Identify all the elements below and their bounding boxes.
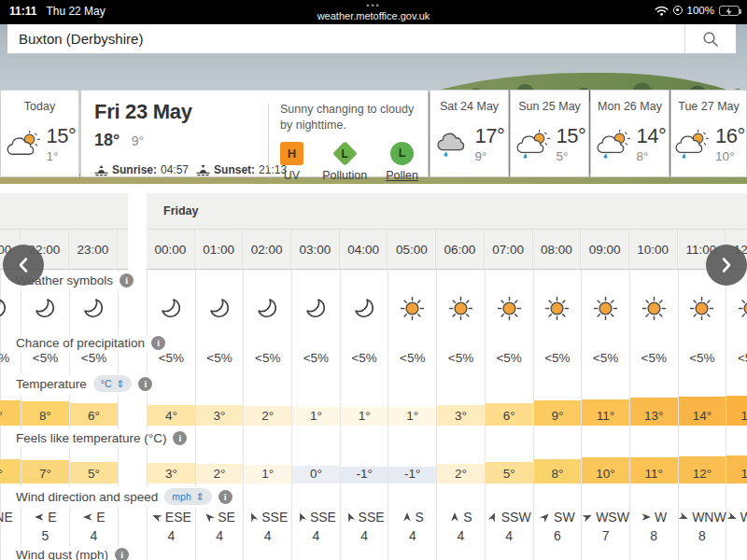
unit-toggle-icon: ⇕: [196, 491, 204, 502]
day-low-temp: 10°: [715, 149, 745, 163]
precipitation-cell: <5%: [244, 334, 292, 373]
wind-cell: SW6: [534, 485, 583, 545]
time-cell: 04:00: [340, 230, 388, 269]
wind-gust-cell: [726, 545, 747, 560]
temp-unit-selector[interactable]: °C⇕: [93, 375, 133, 392]
sun-icon: [496, 295, 523, 322]
moon-icon: [303, 296, 329, 321]
temperature-cell: 9°: [534, 373, 583, 427]
temperature-cell: 15°: [726, 373, 747, 427]
pollen-level-icon: L: [390, 142, 414, 165]
wind-cell: SSW4: [486, 485, 534, 545]
day-card-sun[interactable]: Sun 25 May 15° 5°: [510, 90, 589, 177]
day-card-sat[interactable]: Sat 24 May 17° 9°: [430, 90, 509, 177]
precipitation-cell: <5%: [388, 334, 437, 373]
wind-gust-cell: [196, 545, 245, 560]
wind-cell: SSE4: [292, 485, 341, 545]
moon-icon: [33, 296, 58, 321]
wind-gust-cell: [582, 545, 630, 560]
uv-badge: H UV: [280, 142, 303, 182]
search-input[interactable]: [7, 24, 684, 53]
unit-toggle-icon: ⇕: [117, 378, 125, 389]
weather-symbol-cell: [341, 270, 389, 334]
scroll-right-button[interactable]: [706, 245, 747, 286]
row-label-feels-like: Feels like temperature (°C)i: [16, 430, 192, 447]
sunrise-label: Sunrise:: [112, 163, 157, 176]
day-card-tue[interactable]: Tue 27 May 16° 10°: [670, 90, 747, 177]
moon-icon: [0, 296, 9, 321]
day-high-temp: 16°: [715, 124, 745, 148]
weather-icon-slot: [434, 129, 472, 159]
day-low-temp: 1°: [47, 149, 77, 163]
precipitation-cell: <5%: [630, 334, 679, 373]
day-high-temp: 15°: [47, 124, 77, 148]
info-icon[interactable]: i: [138, 377, 152, 391]
moon-icon: [352, 296, 377, 321]
temperature-cell: 1°: [341, 373, 389, 427]
time-cell: 06:00: [436, 230, 485, 269]
wind-gust-cell: [630, 545, 679, 560]
weather-symbol-cell: [196, 270, 245, 334]
sunrise-time: 04:57: [161, 163, 189, 176]
info-icon[interactable]: i: [218, 490, 233, 504]
time-cell: 03:00: [291, 230, 340, 269]
day-card-friday-expanded[interactable]: Fri 23 May 18° 9° Sunrise: 04:57 Sunset:…: [80, 90, 429, 177]
precipitation-cell: <5%: [196, 334, 245, 373]
sun-icon: [399, 295, 426, 322]
weather-symbol-cell: [292, 270, 341, 334]
info-icon[interactable]: i: [173, 431, 187, 445]
page-options-dots[interactable]: •••: [0, 1, 747, 10]
day-low-temp: 9°: [132, 133, 144, 148]
weather-symbol-cell: [244, 270, 292, 334]
info-icon[interactable]: i: [115, 548, 129, 560]
wind-direction-arrow-icon: [149, 510, 164, 525]
weather-symbol-cell: [534, 270, 583, 334]
wind-cell: W8: [630, 485, 679, 545]
temperature-cell: 3°: [437, 373, 486, 427]
sun-cloud-rain-icon: [672, 129, 712, 159]
wind-direction-arrow-icon: [294, 510, 309, 525]
day-card-mon[interactable]: Mon 26 May 14° 8°: [590, 90, 669, 177]
sun-icon: [447, 295, 474, 322]
row-label-precipitation: Chance of precipitationi: [16, 335, 171, 352]
time-cell: 00:00: [147, 230, 195, 269]
day-card-today[interactable]: Today 15° 1°: [0, 90, 79, 177]
feels-like-cell: 13°: [726, 427, 747, 485]
day-high-temp: 17°: [475, 124, 505, 148]
wind-gust-cell: [148, 545, 196, 560]
wind-direction-arrow-icon: [676, 510, 691, 525]
day-card-label: Sun 25 May: [511, 100, 588, 113]
wind-gust-cell: [437, 545, 486, 560]
time-cell: 08:00: [533, 230, 582, 269]
sunset-label: Sunset:: [214, 163, 255, 176]
sun-behind-cloud-icon: [4, 130, 43, 158]
info-icon[interactable]: i: [120, 273, 134, 287]
wind-gust-cell: [388, 545, 437, 560]
weather-symbol-cell: [582, 270, 630, 334]
info-icon[interactable]: i: [151, 336, 165, 350]
scroll-left-button[interactable]: [3, 245, 44, 286]
search-button[interactable]: [684, 24, 736, 53]
sunset-icon: [196, 164, 210, 176]
wind-direction-arrow-icon: [34, 511, 45, 523]
temperature-cell: 1°: [292, 373, 341, 427]
weather-symbol-cell: [486, 270, 534, 334]
wind-unit-selector[interactable]: mph⇕: [164, 488, 211, 505]
wind-direction-arrow-icon: [449, 511, 460, 523]
feels-like-cell: 8°: [534, 427, 583, 485]
temperature-cell: 14°: [679, 373, 727, 427]
day-label: Friday: [147, 193, 747, 229]
time-cell: 02:00: [243, 230, 291, 269]
sun-icon: [688, 295, 715, 322]
temperature-cell: 3°: [196, 373, 245, 427]
status-icons: 100%: [655, 5, 740, 16]
precipitation-cell: <5%: [292, 334, 341, 373]
wind-cell: S4: [437, 485, 486, 545]
time-cell: 10:00: [629, 230, 678, 269]
wind-direction-arrow-icon: [343, 510, 358, 525]
wind-direction-arrow-icon: [486, 510, 500, 525]
pollen-link[interactable]: Pollen: [386, 169, 418, 182]
sun-cloud-rain-icon: [514, 129, 553, 159]
wind-cell: SSE4: [341, 485, 389, 545]
address-url[interactable]: weather.metoffice.gov.uk: [0, 10, 747, 21]
